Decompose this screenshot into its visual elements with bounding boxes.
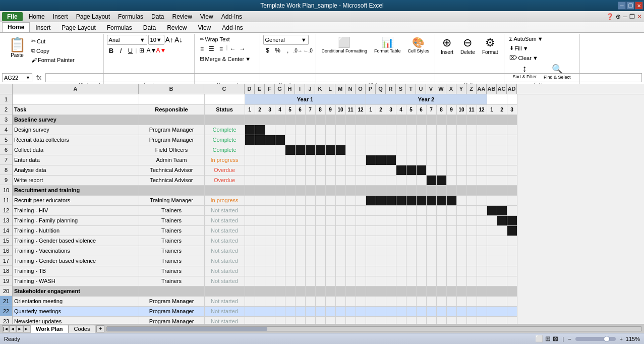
row-num-7[interactable]: 7 [0,155,12,165]
autosum-button[interactable]: Σ AutoSum ▼ [507,35,545,43]
border-button[interactable]: ⊞ [137,46,146,55]
row-num-10[interactable]: 10 [0,185,12,195]
col-header-X[interactable]: X [446,84,456,94]
align-right-button[interactable]: ≡ [217,44,226,53]
col-header-AB[interactable]: AB [487,84,497,94]
conditional-formatting-button[interactable]: ⬜ Conditional Formatting [319,35,370,55]
number-format-selector[interactable]: General ▼ [263,35,309,45]
increase-font-button[interactable]: A↑ [165,36,173,44]
col-header-S[interactable]: S [396,84,406,94]
italic-button[interactable]: I [116,46,126,55]
row-num-17[interactable]: 17 [0,256,12,266]
tab-view[interactable]: View [192,22,216,32]
minimize2-icon[interactable]: ─ [623,13,627,20]
col-header-D[interactable]: D [245,84,255,94]
col-header-I[interactable]: I [295,84,305,94]
tab-page-layout[interactable]: Page Layout [56,22,101,32]
restore2-icon[interactable]: ❒ [629,13,635,20]
col-header-B[interactable]: B [139,84,204,94]
row-num-23[interactable]: 23 [0,316,12,324]
sheet-nav-prev[interactable]: ◄ [9,325,16,332]
help-icon[interactable]: ❓ [606,13,614,20]
formula-input[interactable] [45,73,642,82]
tab-home[interactable]: Home [2,22,30,32]
font-name-input[interactable]: Arial ▼ [107,35,147,45]
row-num-16[interactable]: 16 [0,246,12,256]
col-header-E[interactable]: E [255,84,265,94]
row-num-20[interactable]: 20 [0,286,12,296]
align-left-button[interactable]: ≡ [198,44,207,53]
font-size-input[interactable]: 10 ▼ [148,35,164,45]
col-header-M[interactable]: M [335,84,345,94]
decrease-font-button[interactable]: A↓ [174,36,183,44]
decimal-increase-button[interactable]: .0→ [294,46,303,55]
zoom-in-button[interactable]: + [620,336,623,342]
view-page-break-icon[interactable]: ⊠ [553,335,558,342]
col-header-T[interactable]: T [406,84,416,94]
tab-addins[interactable]: Add-Ins [216,22,248,32]
row-num-19[interactable]: 19 [0,276,12,286]
tab-formulas[interactable]: Formulas [101,22,138,32]
sheet-tab-codes[interactable]: Codes [69,325,96,333]
tab-review[interactable]: Review [161,22,192,32]
file-menu-button[interactable]: File [2,12,23,21]
tab-insert[interactable]: Insert [30,22,56,32]
cut-button[interactable]: ✂ Cut [29,37,77,45]
close2-icon[interactable]: ✕ [637,13,642,20]
comma-button[interactable]: , [283,46,292,55]
col-header-Q[interactable]: Q [376,84,386,94]
col-header-R[interactable]: R [386,84,396,94]
col-header-V[interactable]: V [426,84,436,94]
copy-button[interactable]: ⧉ Copy [29,46,77,55]
col-header-AD[interactable]: AD [507,84,517,94]
menu-addins[interactable]: Add-Ins [217,12,246,21]
col-header-H[interactable]: H [285,84,295,94]
row-num-5[interactable]: 5 [0,135,12,145]
decimal-decrease-button[interactable]: ←.0 [304,46,313,55]
col-header-O[interactable]: O [356,84,366,94]
col-header-F[interactable]: F [265,84,275,94]
paste-button[interactable]: 📋 Paste [5,35,29,65]
fill-button[interactable]: ⬇ Fill ▼ [507,44,531,52]
col-header-A[interactable]: A [13,84,139,94]
font-color-button[interactable]: A▼ [156,46,165,55]
row-num-8[interactable]: 8 [0,165,12,175]
row-num-12[interactable]: 12 [0,205,12,215]
menu-page-layout[interactable]: Page Layout [72,12,114,21]
row-num-18[interactable]: 18 [0,266,12,276]
horizontal-scrollbar[interactable] [106,326,642,331]
minimize-button[interactable]: ─ [618,2,626,10]
underline-button[interactable]: U [126,46,135,55]
sheet-nav-last[interactable]: ►| [23,325,30,332]
sheet-nav-next[interactable]: ► [16,325,23,332]
bold-button[interactable]: B [107,46,116,55]
formula-function-icon[interactable]: fx [34,74,43,81]
wrap-text-button[interactable]: ⏎ Wrap Text [198,35,232,43]
zoom-out-button[interactable]: − [568,336,571,342]
cell-styles-button[interactable]: 🎨 Cell Styles [405,35,432,55]
col-header-AC[interactable]: AC [497,84,507,94]
col-header-U[interactable]: U [416,84,426,94]
menu-view[interactable]: View [196,12,217,21]
col-header-N[interactable]: N [345,84,356,94]
align-center-button[interactable]: ☰ [207,44,216,53]
col-header-J[interactable]: J [305,84,315,94]
row-num-14[interactable]: 14 [0,225,12,236]
col-header-C[interactable]: C [204,84,245,94]
currency-button[interactable]: $ [263,46,272,55]
menu-insert[interactable]: Insert [49,12,72,21]
expand-icon[interactable]: ⊕ [616,13,621,20]
col-header-AA[interactable]: AA [477,84,487,94]
menu-review[interactable]: Review [168,12,196,21]
sheet-insert-button[interactable]: + [96,325,104,332]
row-num-4[interactable]: 4 [0,125,12,135]
restore-button[interactable]: ❒ [626,2,634,10]
row-num-15[interactable]: 15 [0,236,12,246]
row-num-3[interactable]: 3 [0,114,12,125]
cell-reference-box[interactable]: AG22 ▼ [2,73,32,82]
percent-button[interactable]: % [273,46,282,55]
row-num-2[interactable]: 2 [0,104,12,114]
col-header-W[interactable]: W [436,84,446,94]
sheet-nav-first[interactable]: |◄ [2,325,9,332]
row-num-21[interactable]: 21 [0,296,12,306]
